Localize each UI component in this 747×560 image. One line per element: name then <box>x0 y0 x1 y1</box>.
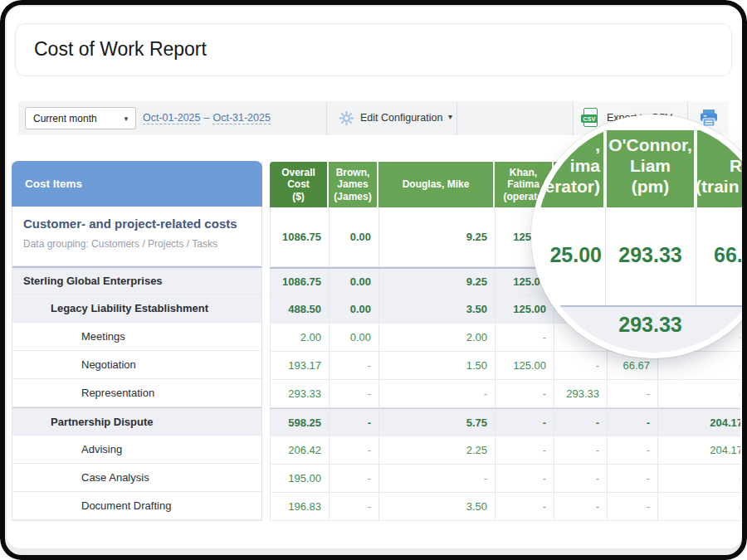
toolbar-period-section: Current month ▼ Oct-01-2025–Oct-31-2025 <box>18 101 326 135</box>
gear-icon <box>339 110 354 129</box>
value-cell: 9.25 <box>378 269 495 295</box>
date-to-link[interactable]: Oct-31-2025 <box>212 112 270 124</box>
value-row: 206.42-2.25---204.17 <box>270 436 740 465</box>
row-label: Negotiation <box>81 358 136 371</box>
magnified-value: 25.00 <box>537 243 602 267</box>
value-cell: - <box>378 380 495 407</box>
value-cell: - <box>607 436 657 464</box>
value-row: 196.83-3.50---- <box>270 493 740 521</box>
value-cell: - <box>554 352 607 379</box>
edit-configuration-label: Edit Configuration <box>360 112 442 124</box>
magnified-value: 66.67 <box>714 243 747 267</box>
caret-down-icon: ▼ <box>123 115 129 123</box>
value-cell: - <box>329 465 378 492</box>
value-cell: - <box>329 436 378 464</box>
cost-item-row: Advising <box>12 436 261 464</box>
value-cell: 196.83 <box>270 493 329 520</box>
value-cell: - <box>329 409 378 436</box>
value-cell: 3.50 <box>378 295 495 323</box>
magnified-column-oconnor: O'Connor, Liam (pm) <box>607 134 694 197</box>
group-subtitle: Data grouping: Customers / Projects / Ta… <box>23 238 217 250</box>
value-cell: 1086.75 <box>270 269 329 295</box>
value-cell: - <box>657 352 740 379</box>
value-cell: 0.00 <box>329 295 378 323</box>
value-cell: 195.00 <box>270 465 329 492</box>
row-label: Meetings <box>81 330 125 343</box>
value-cell: 206.42 <box>270 436 329 464</box>
csv-icon-label: CSV <box>581 114 598 123</box>
toolbar-spacer <box>456 101 573 135</box>
value-cell: - <box>607 409 657 436</box>
value-cell: 125.00 <box>495 352 554 379</box>
cost-item-row: Case Analysis <box>12 464 261 492</box>
value-row: 193.17-1.50125.00-66.67- <box>270 352 740 380</box>
value-cell: - <box>554 493 607 520</box>
value-cell: 1086.75 <box>270 207 329 266</box>
cost-items-panel: Cost Items Customer- and project-related… <box>12 162 262 521</box>
cost-items-header: Cost Items <box>12 161 262 207</box>
value-cell: - <box>495 324 554 351</box>
value-cell: - <box>495 409 554 436</box>
period-select-value: Current month <box>33 113 97 124</box>
printer-icon <box>699 110 719 130</box>
edit-configuration-button[interactable]: Edit Configuration ▾ <box>326 101 456 135</box>
cost-item-row: Representation <box>12 379 261 407</box>
cost-item-row: Legacy Liability Establishment <box>12 295 261 323</box>
value-cell: 5.75 <box>378 409 495 436</box>
date-range: Oct-01-2025–Oct-31-2025 <box>143 112 271 124</box>
cost-items-rows: Customer- and project-related costsData … <box>12 207 261 520</box>
value-cell: - <box>657 465 740 492</box>
row-label: Sterling Global Enterprises <box>23 275 163 287</box>
page-title: Cost of Work Report <box>34 38 207 61</box>
value-cell: 0.00 <box>329 269 378 295</box>
value-cell: - <box>607 493 657 520</box>
value-cell: - <box>495 436 554 464</box>
value-cell: - <box>329 380 378 407</box>
cost-item-row: Document Drafting <box>12 492 261 520</box>
report-title-bar: Cost of Work Report <box>15 23 732 76</box>
row-label: Representation <box>81 387 154 399</box>
value-cell: 193.17 <box>270 352 329 379</box>
value-cell: - <box>607 465 657 492</box>
row-label: Partnership Dispute <box>51 416 154 428</box>
value-cell: 66.67 <box>607 352 657 379</box>
value-cell: 2.00 <box>270 324 329 351</box>
value-cell: - <box>329 493 378 520</box>
value-cell: - <box>554 436 607 464</box>
cost-item-row: Customer- and project-related costsData … <box>12 207 261 266</box>
value-cell: 2.25 <box>378 436 495 464</box>
value-cell: 125.00 <box>495 295 554 323</box>
cost-item-row: Sterling Global Enterprises <box>12 266 261 295</box>
value-cell: 488.50 <box>270 295 329 323</box>
row-label: Legacy Liability Establishment <box>51 302 208 314</box>
value-cell: 3.50 <box>378 493 495 520</box>
value-cell: 1.50 <box>378 352 495 379</box>
value-cell: 293.33 <box>554 380 607 407</box>
cost-item-row: Partnership Dispute <box>12 407 261 436</box>
value-cell: 204.17 <box>657 436 740 464</box>
value-cell: - <box>657 493 740 520</box>
magnified-value: 293.33 <box>607 243 694 267</box>
value-cell: 0.00 <box>329 324 378 351</box>
value-cell: 598.25 <box>270 409 329 436</box>
value-cell: - <box>329 352 378 379</box>
value-cell: 9.25 <box>378 207 495 266</box>
cost-item-row: Negotiation <box>12 351 261 379</box>
period-select[interactable]: Current month ▼ <box>25 107 136 129</box>
value-cell: 204.17 <box>657 409 740 436</box>
row-label: Advising <box>81 443 122 455</box>
row-label: Case Analysis <box>81 471 149 484</box>
value-column-header: Brown,James(James) <box>329 162 378 207</box>
value-row: 293.33---293.33-- <box>270 380 740 408</box>
value-column-header: Douglas, Mike <box>378 162 495 207</box>
value-cell: - <box>378 465 495 492</box>
cost-item-row: Meetings <box>12 323 261 351</box>
date-from-link[interactable]: Oct-01-2025 <box>143 112 200 124</box>
magnified-column-trainee-role: (train <box>696 176 740 197</box>
csv-file-icon: CSV <box>583 108 598 127</box>
value-cell: - <box>495 493 554 520</box>
caret-down-icon: ▾ <box>448 112 452 121</box>
date-range-separator: – <box>203 112 209 124</box>
value-row: 195.00------ <box>270 465 740 493</box>
screenshot-canvas: Cost of Work Report Current month ▼ Oct-… <box>0 0 747 560</box>
